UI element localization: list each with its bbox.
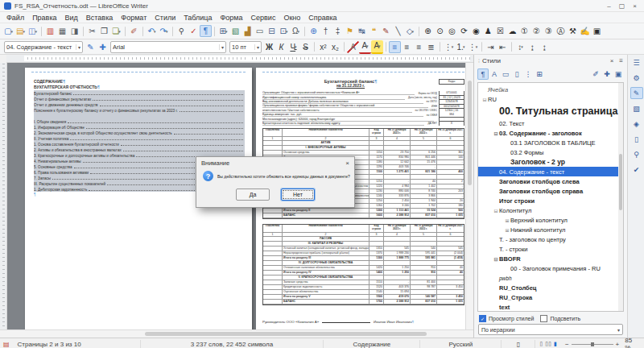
toolbar-icon[interactable]: ◫ <box>27 25 39 37</box>
checkbox-checked-icon[interactable]: ✓ <box>479 315 486 322</box>
sidebar-tab-icon[interactable]: ⚙ <box>630 72 643 84</box>
toolbar-icon[interactable]: ◨ <box>68 25 80 37</box>
style-tree-item[interactable]: Т. - строки <box>478 244 623 254</box>
menu-item[interactable]: Таблица <box>180 14 216 22</box>
panel-menu-icon[interactable]: ≡ <box>619 57 623 64</box>
style-category-icon[interactable]: ⋮ <box>522 68 534 80</box>
page-style-field[interactable]: Содержание <box>324 340 420 348</box>
toolbar-icon[interactable]: ❐ <box>98 25 110 37</box>
toolbar-icon[interactable]: ☁ <box>506 25 518 37</box>
vertical-scrollbar[interactable] <box>465 63 473 329</box>
toolbar-icon[interactable]: ☒ <box>494 25 506 37</box>
zoom-value[interactable]: 85 % <box>623 337 644 348</box>
toolbar-icon[interactable]: ✍ <box>579 25 591 37</box>
spotlight-checkbox[interactable]: Подсветить <box>540 315 580 322</box>
style-tool-icon[interactable]: ▣ <box>613 68 624 80</box>
zoom-out-icon[interactable]: − <box>565 341 569 348</box>
scrollbar-thumb[interactable] <box>145 332 427 336</box>
toolbar-icon[interactable]: ◇ <box>404 25 416 37</box>
style-category-icon[interactable]: ▭ <box>500 68 511 80</box>
format-button[interactable]: A <box>347 41 359 53</box>
style-tree-item[interactable]: Ячейка <box>478 85 623 94</box>
chevron-down-icon[interactable]: ▾ <box>254 44 259 50</box>
format-button[interactable] <box>344 42 345 52</box>
toolbar-icon[interactable] <box>304 27 305 36</box>
font-size-combo[interactable]: 10 пт ▾ <box>229 41 262 53</box>
format-button[interactable]: x₂ <box>329 41 341 53</box>
format-button[interactable]: ⇥ <box>485 41 497 53</box>
vertical-ruler[interactable] <box>0 63 7 329</box>
toolbar-icon[interactable]: ⊟ <box>266 25 278 37</box>
format-button[interactable] <box>386 42 386 52</box>
sidebar-tab-icon[interactable]: ⚲ <box>630 148 643 160</box>
style-tree-item[interactable]: 03.2 Формы <box>478 147 623 157</box>
tree-expander-icon[interactable]: ⊟ <box>481 97 488 102</box>
format-button[interactable]: ↨ <box>539 41 551 53</box>
toolbar-icon[interactable]: ▦ <box>56 25 68 37</box>
toolbar-icon[interactable] <box>83 27 84 36</box>
tree-expander-icon[interactable]: ⊟ <box>493 130 499 136</box>
maximize-button[interactable]: ▢ <box>619 2 625 10</box>
toolbar-icon[interactable]: ▟ <box>242 25 254 37</box>
tree-scrollbar[interactable] <box>618 83 623 311</box>
format-button[interactable]: A <box>359 40 371 54</box>
style-tree-item[interactable]: Т. - заголовок по центру <box>478 234 623 244</box>
chevron-down-icon[interactable]: ▾ <box>219 44 224 50</box>
toolbar-icon[interactable] <box>214 27 215 36</box>
menu-item[interactable]: Правка <box>28 14 60 22</box>
toolbar-icon[interactable]: ♟ <box>482 25 494 37</box>
style-tree-item[interactable]: Заголовки столбцов справа <box>478 186 623 196</box>
style-preview-checkbox[interactable]: ✓ Просмотр стилей <box>479 315 534 322</box>
toolbar-icon[interactable]: ‡ <box>332 25 344 37</box>
style-category-icon[interactable]: ▯ <box>511 68 522 80</box>
toolbar-icon[interactable] <box>41 27 42 36</box>
toolbar-icon[interactable] <box>419 27 419 36</box>
style-action-icon[interactable]: ✚ <box>97 41 109 53</box>
toolbar-icon[interactable]: ⟳ <box>458 25 470 37</box>
format-button[interactable]: Ж <box>263 41 275 53</box>
toolbar-icon[interactable]: ╲ <box>392 25 404 37</box>
toolbar-icon[interactable]: ▧ <box>229 25 242 37</box>
tree-expander-icon[interactable]: ⊞ <box>504 227 510 233</box>
style-tree-item[interactable]: 03.1 ЗАГОЛОВОК В ТАБЛИЦЕ <box>478 138 623 147</box>
format-button[interactable] <box>314 42 315 52</box>
format-button[interactable]: ⋮ <box>443 41 455 53</box>
style-tree-item[interactable]: ⊟ BBOFR <box>478 254 623 263</box>
style-tree-item[interactable]: Итог строки <box>478 196 623 205</box>
toolbar-icon[interactable]: ▣ <box>591 25 603 37</box>
format-button[interactable]: К <box>275 41 287 53</box>
toolbar-icon[interactable]: Ⓐ <box>555 25 567 37</box>
style-tree-item[interactable]: 04. Содержание - текст <box>478 167 623 176</box>
zoom-slider[interactable]: − + <box>561 341 623 348</box>
style-category-icon[interactable]: ⊞ <box>534 68 545 80</box>
format-button[interactable]: ≡ <box>413 41 425 53</box>
scrollbar-thumb[interactable] <box>619 154 622 210</box>
style-filter-select[interactable]: По иерархии ▾ <box>478 324 623 335</box>
toolbar-icon[interactable]: ✎ <box>380 25 392 37</box>
style-tree-item[interactable]: ⊟ Колонтитул <box>478 205 623 215</box>
menu-item[interactable]: Сервис <box>247 14 280 22</box>
scrollbar-thumb[interactable] <box>468 81 472 185</box>
style-tree-item[interactable]: pwbh <box>478 273 623 283</box>
toolbar-icon[interactable]: ② <box>530 25 543 37</box>
style-tool-icon[interactable]: ✐ <box>590 68 601 80</box>
checkbox-empty-icon[interactable] <box>540 315 547 322</box>
sidebar-tab-icon[interactable]: ✔ <box>630 164 643 176</box>
toolbar-icon[interactable]: ¶ <box>200 25 212 37</box>
menu-item[interactable]: Стили <box>151 14 180 22</box>
toolbar-icon[interactable]: ⚑ <box>344 25 356 37</box>
toolbar-icon[interactable]: ↹ <box>356 25 368 37</box>
sidebar-tab-icon[interactable]: ✎ <box>630 87 643 99</box>
style-tree-item[interactable]: ⊟ 03. Содержание - заголовок <box>478 128 623 138</box>
format-button[interactable] <box>481 42 482 52</box>
zoom-in-icon[interactable]: + <box>616 341 620 348</box>
toolbar-icon[interactable]: ❏ <box>110 25 122 37</box>
toolbar-icon[interactable]: ⚲ <box>175 25 188 37</box>
zoom-thumb[interactable] <box>591 342 594 346</box>
toolbar-icon[interactable]: ⊡ <box>278 25 290 37</box>
toolbar-icon[interactable]: ▥ <box>44 25 56 37</box>
toolbar-icon[interactable]: ✐ <box>128 25 140 37</box>
zoom-track[interactable] <box>572 344 613 345</box>
format-button[interactable] <box>511 42 512 52</box>
toolbar-icon[interactable]: ▭ <box>254 25 266 37</box>
